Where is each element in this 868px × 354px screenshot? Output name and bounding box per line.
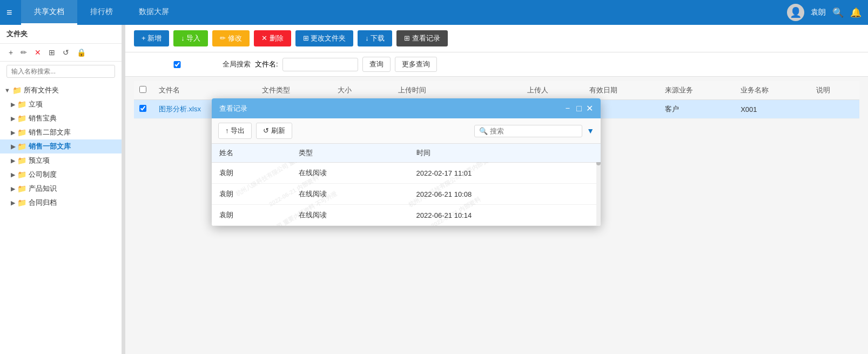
arrow-icon: ▼ [4, 87, 10, 93]
modal-cell-name-3: 袁朗 [212, 205, 291, 226]
modal-cell-time-1: 2022-02-17 11:01 [409, 163, 601, 184]
nav-tab-shared-docs[interactable]: 共享文档 [21, 0, 77, 25]
sidebar-toolbar: + ✏ ✕ ⊞ ↺ 🔒 [0, 44, 122, 62]
arrow-icon: ▶ [11, 157, 15, 164]
file-link[interactable]: 图形分析.xlsx [159, 105, 201, 113]
sidebar-refresh-btn[interactable]: ↺ [60, 47, 71, 58]
search-bar: 全局搜索 文件名: 查询 更多查询 [125, 52, 868, 77]
arrow-icon: ▶ [11, 199, 15, 206]
tree-item-lixiang[interactable]: ▶ 📁 立项 [0, 97, 122, 111]
add-button[interactable]: + 新增 [134, 30, 169, 46]
select-all-cell [134, 81, 153, 100]
global-search-label: 全局搜索 [134, 59, 251, 69]
col-businessname: 业务名称 [735, 81, 811, 100]
modal-table-container: 杭州八级科技有限公司 重要内部资料 不可外泄 2022-06-21 内部资料 杭… [212, 144, 601, 226]
modal-table-row[interactable]: 袁朗 在线阅读 2022-06-21 10:14 [212, 205, 601, 226]
modal-cell-type-1: 在线阅读 [291, 163, 409, 184]
layout: 文件夹 + ✏ ✕ ⊞ ↺ 🔒 ▼ 📁 所有文件夹 ▶ 📁 立项 ▶ [0, 25, 868, 354]
cell-businessname: X001 [735, 100, 811, 119]
tree-item-all-folders[interactable]: ▼ 📁 所有文件夹 [0, 83, 122, 97]
modal-title: 查看记录 [219, 104, 247, 113]
arrow-icon: ▶ [11, 185, 15, 192]
tree-item-company-rules[interactable]: ▶ 📁 公司制度 [0, 168, 122, 182]
modal-cell-name-1: 袁朗 [212, 163, 291, 184]
folder-icon: 📁 [17, 156, 26, 165]
sidebar-tree: ▼ 📁 所有文件夹 ▶ 📁 立项 ▶ 📁 销售宝典 ▶ 📁 销售二部文库 ▶ [0, 81, 122, 354]
col-source: 来源业务 [660, 81, 735, 100]
edit-button[interactable]: ✏ 修改 [212, 30, 250, 46]
file-toolbar: + 新增 ↓ 导入 ✏ 修改 ✕ 删除 ⊞ 更改文件夹 ↓ 下载 ⊞ 查看记录 [125, 25, 868, 52]
menu-icon[interactable]: ≡ [6, 7, 12, 18]
close-icon[interactable]: ✕ [586, 103, 593, 113]
col-uploader: 上传人 [522, 81, 584, 100]
modal-cell-time-3: 2022-06-21 10:14 [409, 205, 601, 226]
sidebar-lock-btn[interactable]: 🔒 [75, 47, 88, 58]
nav-tab-ranking[interactable]: 排行榜 [77, 0, 126, 25]
modal-toolbar: ↑ 导出 ↺ 刷新 🔍 ▼ [212, 118, 601, 144]
arrow-icon: ▶ [11, 171, 15, 178]
modal-cell-type-2: 在线阅读 [291, 184, 409, 205]
sidebar-edit-btn[interactable]: ✏ [18, 47, 29, 58]
refresh-button[interactable]: ↺ 刷新 [256, 123, 292, 139]
tree-item-pre-project[interactable]: ▶ 📁 预立项 [0, 153, 122, 168]
delete-button[interactable]: ✕ 删除 [254, 30, 291, 46]
maximize-icon[interactable]: □ [576, 104, 582, 113]
bell-icon[interactable]: 🔔 [850, 7, 862, 18]
filename-input[interactable] [282, 58, 358, 71]
sidebar-add-btn[interactable]: + [6, 47, 15, 58]
file-table-container: 文件名 文件类型 大小 上传时间 上传人 有效日期 来源业务 业务名称 说明 [125, 77, 868, 354]
modal-header-buttons: － □ ✕ [563, 103, 593, 114]
modal-table-row[interactable]: 袁朗 在线阅读 2022-06-21 10:08 [212, 184, 601, 205]
modal-cell-name-2: 袁朗 [212, 184, 291, 205]
tree-item-sales-bible[interactable]: ▶ 📁 销售宝典 [0, 111, 122, 125]
sidebar-delete-btn[interactable]: ✕ [32, 47, 43, 58]
view-record-button[interactable]: ⊞ 查看记录 [396, 30, 448, 46]
tree-item-product-knowledge[interactable]: ▶ 📁 产品知识 [0, 182, 122, 196]
modal-table: 姓名 类型 时间 袁朗 在线阅读 2022-02-17 11:01 [212, 144, 601, 226]
folder-icon: 📁 [17, 100, 26, 109]
main-content: + 新增 ↓ 导入 ✏ 修改 ✕ 删除 ⊞ 更改文件夹 ↓ 下载 ⊞ 查看记录 … [125, 25, 868, 354]
modal-col-time: 时间 [409, 144, 601, 163]
filter-icon[interactable]: ▼ [587, 126, 594, 135]
col-filename: 文件名 [153, 81, 257, 100]
sidebar-search-input[interactable] [6, 65, 115, 78]
more-query-button[interactable]: 更多查询 [395, 57, 437, 72]
sidebar: 文件夹 + ✏ ✕ ⊞ ↺ 🔒 ▼ 📁 所有文件夹 ▶ 📁 立项 ▶ [0, 25, 122, 354]
tree-item-sales-dept1[interactable]: ▶ 📁 销售一部文库 [0, 139, 122, 153]
folder-icon: 📁 [17, 128, 26, 137]
sidebar-copy-btn[interactable]: ⊞ [46, 47, 57, 58]
query-button[interactable]: 查询 [362, 57, 391, 72]
top-nav: ≡ 共享文档 排行榜 数据大屏 👤 袁朗 🔍 🔔 [0, 0, 868, 25]
user-area: 👤 袁朗 🔍 🔔 [787, 4, 862, 21]
view-record-modal: 查看记录 － □ ✕ ↑ 导出 ↺ 刷新 🔍 ▼ [212, 98, 601, 226]
filename-label: 文件名: [255, 59, 278, 69]
folder-icon: 📁 [17, 198, 26, 207]
avatar[interactable]: 👤 [787, 4, 804, 21]
cell-source: 客户 [660, 100, 735, 119]
folder-icon: 📁 [17, 184, 26, 193]
row-checkbox[interactable] [139, 105, 146, 112]
nav-tab-data-screen[interactable]: 数据大屏 [126, 0, 182, 25]
folder-icon: 📁 [17, 170, 26, 179]
select-all-checkbox[interactable] [139, 86, 146, 93]
folder-icon: 📁 [12, 86, 22, 95]
modal-col-type: 类型 [291, 144, 409, 163]
arrow-icon: ▶ [11, 115, 15, 122]
arrow-icon: ▶ [11, 101, 15, 108]
search-nav-icon[interactable]: 🔍 [832, 7, 844, 18]
import-button[interactable]: ↓ 导入 [173, 30, 208, 46]
col-validdate: 有效日期 [584, 81, 660, 100]
sidebar-search [0, 62, 122, 81]
tree-item-contract-archive[interactable]: ▶ 📁 合同归档 [0, 196, 122, 210]
sidebar-header: 文件夹 [0, 25, 122, 44]
tree-item-sales-dept2[interactable]: ▶ 📁 销售二部文库 [0, 125, 122, 139]
modal-table-row[interactable]: 袁朗 在线阅读 2022-02-17 11:01 [212, 163, 601, 184]
cell-note [811, 100, 859, 119]
change-folder-button[interactable]: ⊞ 更改文件夹 [295, 30, 354, 46]
download-button[interactable]: ↓ 下载 [358, 30, 392, 46]
minimize-icon[interactable]: － [563, 103, 572, 114]
global-search-checkbox[interactable] [134, 61, 220, 68]
modal-search-input[interactable] [490, 127, 566, 135]
arrow-icon: ▶ [11, 143, 15, 150]
export-button[interactable]: ↑ 导出 [218, 123, 252, 139]
